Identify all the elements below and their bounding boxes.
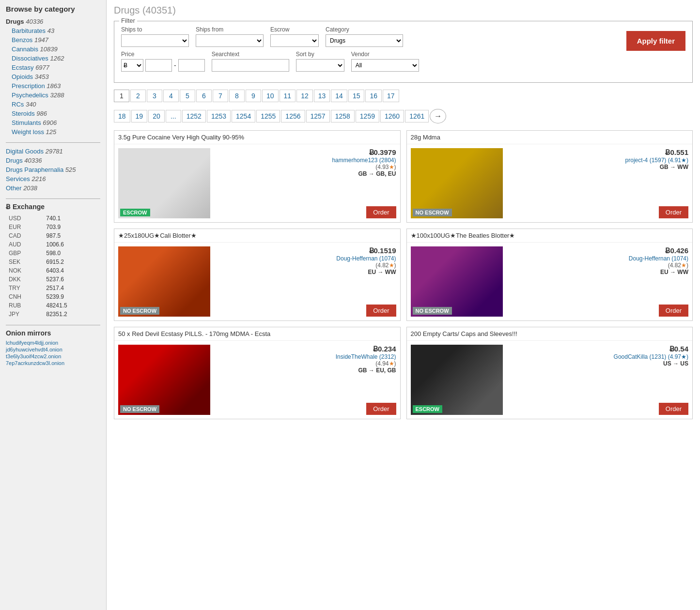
product-info: Ƀ0.1519 Doug-Heffernan (1074) (4.82★) EU…: [215, 246, 396, 317]
sidebar-divider-3: [6, 325, 100, 325]
sidebar-item-weight-loss[interactable]: Weight loss 125: [6, 127, 100, 137]
sort-by-select[interactable]: [296, 59, 344, 72]
price-min-input[interactable]: [145, 59, 172, 72]
page-link-13[interactable]: 13: [314, 90, 330, 102]
sidebar-item-digital-goods[interactable]: Digital Goods 29781: [6, 147, 100, 156]
page-link-12[interactable]: 12: [296, 90, 313, 102]
product-grid: 3.5g Pure Cocaine Very High Quality 90-9…: [114, 130, 693, 419]
page-link-3[interactable]: 3: [147, 90, 162, 102]
page-link-1260[interactable]: 1260: [380, 110, 404, 122]
order-button[interactable]: Order: [659, 305, 688, 317]
product-vendor[interactable]: Doug-Heffernan (1074): [629, 255, 688, 262]
sidebar-item-ecstasy[interactable]: Ecstasy 6977: [6, 63, 100, 72]
onion-link[interactable]: 7ep7acrkunzdcw3l.onion: [6, 360, 100, 366]
price-currency-select[interactable]: Ƀ: [121, 59, 143, 72]
page-link-15[interactable]: 15: [348, 90, 365, 102]
page-link-4[interactable]: 4: [163, 90, 179, 102]
ships-from-select[interactable]: [196, 34, 264, 47]
order-button[interactable]: Order: [659, 206, 688, 218]
sidebar-item-dissociatives[interactable]: Dissociatives 1262: [6, 54, 100, 63]
product-image: NO ESCROW: [411, 148, 503, 218]
escrow-badge: NO ESCROW: [120, 307, 159, 315]
exchange-rate-dkk: DKK5237.6: [7, 275, 99, 283]
sidebar-item-services[interactable]: Services 2216: [6, 174, 100, 183]
searchtext-input[interactable]: [212, 59, 289, 72]
escrow-select[interactable]: [270, 34, 319, 47]
page-link-6[interactable]: 6: [196, 90, 212, 102]
exchange-rate-cad: CAD987.5: [7, 232, 99, 240]
page-link-1255[interactable]: 1255: [256, 110, 280, 122]
main-content: Drugs (40351) Filter Ships to Ships from: [107, 0, 700, 610]
apply-filter-button[interactable]: Apply filter: [626, 31, 685, 51]
pagination-next-arrow[interactable]: →: [430, 109, 446, 123]
sidebar-item-drugs[interactable]: Drugs 40336: [6, 156, 100, 165]
onion-link[interactable]: lchudifyeqm4ldjj.onion: [6, 340, 100, 346]
page-link-1252[interactable]: 1252: [182, 110, 206, 122]
product-image: NO ESCROW: [118, 345, 210, 415]
page-link-8[interactable]: 8: [229, 90, 245, 102]
sidebar-item-other[interactable]: Other 2038: [6, 183, 100, 193]
product-title: ★100x100UG★The Beatles Blotter★: [407, 229, 693, 243]
sidebar-item-barbiturates[interactable]: Barbiturates 43: [6, 26, 100, 35]
category-filter-label: Category: [326, 26, 403, 33]
page-link-19[interactable]: 19: [131, 110, 148, 122]
page-link-11[interactable]: 11: [280, 90, 296, 102]
product-info: Ƀ0.551 project-4 (1597) (4.91★) GB → WW …: [508, 148, 689, 218]
order-button[interactable]: Order: [366, 403, 396, 415]
sidebar-item-opioids[interactable]: Opioids 3453: [6, 72, 100, 81]
page-link-5[interactable]: 5: [180, 90, 195, 102]
order-button[interactable]: Order: [659, 403, 688, 415]
sidebar-item-rcs[interactable]: RCs 340: [6, 100, 100, 109]
page-link-14[interactable]: 14: [331, 90, 347, 102]
onion-link[interactable]: jd6yhuwcivehvdt4.onion: [6, 347, 100, 352]
page-link-1254[interactable]: 1254: [232, 110, 255, 122]
vendor-group: Vendor All: [351, 51, 419, 72]
page-link-2[interactable]: 2: [130, 90, 146, 102]
product-vendor[interactable]: hammerhome123 (2804): [332, 157, 396, 164]
escrow-label: Escrow: [270, 26, 319, 33]
sidebar-item-benzos[interactable]: Benzos 1947: [6, 35, 100, 45]
page-link-9[interactable]: 9: [246, 90, 261, 102]
onion-link[interactable]: t3e6ly3uoif4zcw2.onion: [6, 353, 100, 359]
exchange-rate-eur: EUR703.9: [7, 223, 99, 231]
order-button[interactable]: Order: [366, 206, 396, 218]
product-vendor[interactable]: GoodCatKilla (1231) (4.97★): [614, 353, 688, 360]
order-button[interactable]: Order: [366, 305, 396, 317]
page-link-10[interactable]: 10: [262, 90, 279, 102]
exchange-rate-rub: RUB48241.5: [7, 302, 99, 309]
page-link-1256[interactable]: 1256: [281, 110, 305, 122]
product-vendor[interactable]: Doug-Heffernan (1074): [336, 255, 396, 262]
page-link-1261[interactable]: 1261: [405, 110, 429, 122]
sidebar-item-drugs[interactable]: Drugs 40336: [6, 17, 100, 26]
page-link-1[interactable]: 1: [114, 90, 129, 102]
page-link-1253[interactable]: 1253: [207, 110, 231, 122]
price-max-input[interactable]: [178, 59, 205, 72]
product-vendor[interactable]: InsideTheWhale (2312): [336, 353, 396, 360]
product-price: Ƀ0.551: [625, 148, 688, 157]
product-image: NO ESCROW: [411, 246, 503, 317]
sidebar-item-psychedelics[interactable]: Psychedelics 3288: [6, 91, 100, 100]
product-vendor[interactable]: project-4 (1597) (4.91★): [625, 157, 688, 164]
category-filter-group: Category Drugs: [326, 26, 403, 47]
sidebar-divider-2: [6, 198, 100, 199]
page-link-1259[interactable]: 1259: [356, 110, 379, 122]
sidebar-item-prescription[interactable]: Prescription 1863: [6, 81, 100, 91]
vendor-select[interactable]: All: [351, 59, 419, 72]
page-link-18[interactable]: 18: [114, 110, 130, 122]
page-link-17[interactable]: 17: [383, 90, 399, 102]
ships-to-select[interactable]: [121, 34, 189, 47]
sidebar-item-drugs-paraphernalia[interactable]: Drugs Paraphernalia 525: [6, 165, 100, 174]
sidebar-item-steroids[interactable]: Steroids 986: [6, 109, 100, 118]
category-select[interactable]: Drugs: [326, 34, 403, 47]
product-price: Ƀ0.54: [614, 345, 688, 353]
page-link-16[interactable]: 16: [365, 90, 382, 102]
page-link-20[interactable]: 20: [148, 110, 165, 122]
page-link-1258[interactable]: 1258: [331, 110, 355, 122]
page-link-7[interactable]: 7: [213, 90, 228, 102]
sidebar-item-cannabis[interactable]: Cannabis 10839: [6, 45, 100, 54]
sidebar-item-stimulants[interactable]: Stimulants 6906: [6, 118, 100, 127]
product-info: Ƀ0.234 InsideTheWhale (2312) (4.94★) GB …: [215, 345, 396, 415]
exchange-table: USD740.1EUR703.9CAD987.5AUD1006.6GBP598.…: [6, 214, 100, 319]
page-link-1257[interactable]: 1257: [306, 110, 330, 122]
product-rating: (4.82★): [336, 262, 396, 269]
